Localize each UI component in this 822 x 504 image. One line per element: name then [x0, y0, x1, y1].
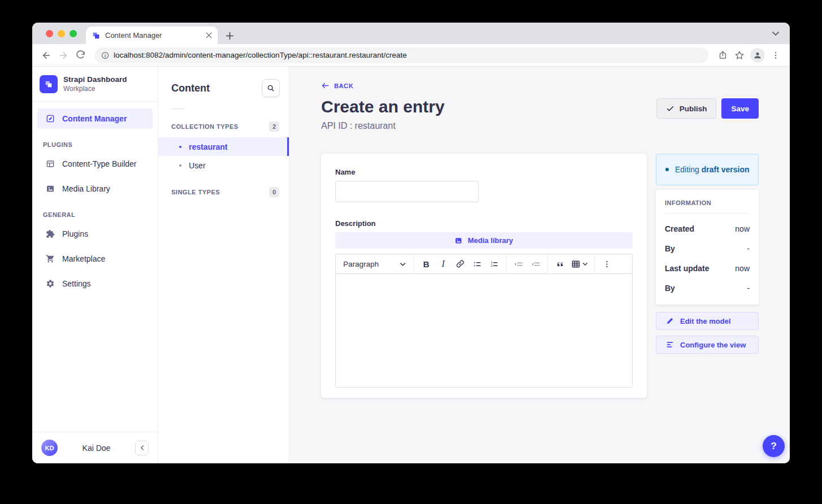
pencil-icon: [666, 317, 674, 325]
forward-navigation-icon: [55, 47, 72, 64]
sidebar-item-label: Marketplace: [62, 254, 105, 263]
sidebar-item-media-library[interactable]: Media Library: [37, 179, 153, 199]
sidebar-item-label: Media Library: [62, 184, 110, 193]
share-icon[interactable]: [714, 47, 731, 64]
sidebar-item-label: Content-Type Builder: [62, 159, 137, 168]
draft-status-text: Editing draft version: [675, 164, 750, 175]
paragraph-style-dropdown[interactable]: Paragraph: [338, 260, 410, 268]
name-input[interactable]: [335, 181, 479, 202]
layout-grid-icon: [46, 159, 55, 168]
zoom-window-button[interactable]: [70, 30, 77, 37]
subnav-item-label: restaurant: [189, 142, 227, 151]
url-text[interactable]: localhost:8082/admin/content-manager/col…: [114, 51, 407, 59]
close-window-button[interactable]: [46, 30, 53, 37]
single-types-count-badge: 0: [269, 187, 279, 197]
browser-toolbar: localhost:8082/admin/content-manager/col…: [32, 44, 790, 67]
indent-button[interactable]: [510, 256, 527, 272]
tab-search-chevron-icon[interactable]: [772, 29, 780, 37]
sidebar-item-marketplace[interactable]: Marketplace: [37, 249, 153, 269]
media-library-label: Media library: [468, 236, 513, 245]
link-button[interactable]: [452, 256, 469, 272]
user-avatar[interactable]: KD: [41, 440, 58, 456]
arrow-left-icon: [321, 81, 330, 90]
workspace-brand[interactable]: Strapi Dashboard Workplace: [32, 67, 158, 101]
sidebar-item-content-manager[interactable]: Content Manager: [37, 108, 153, 129]
app-name: Strapi Dashboard: [63, 75, 127, 85]
tab-title: Content Manager: [105, 31, 201, 40]
browser-tab-strip: Content Manager: [32, 23, 790, 44]
collapse-sidebar-button[interactable]: [135, 441, 149, 455]
subnav-item-restaurant[interactable]: restaurant: [158, 137, 289, 156]
blockquote-button[interactable]: [551, 256, 568, 272]
sidebar-footer: KD Kai Doe: [32, 432, 158, 463]
check-icon: [666, 105, 674, 113]
media-library-button[interactable]: Media library: [335, 232, 633, 249]
publish-button[interactable]: Publish: [656, 98, 717, 119]
address-bar[interactable]: localhost:8082/admin/content-manager/col…: [94, 47, 708, 63]
description-field-label: Description: [335, 219, 633, 228]
close-tab-icon[interactable]: [206, 32, 212, 38]
api-id-subtitle: API ID : restaurant: [321, 121, 444, 131]
edit-model-button[interactable]: Edit the model: [656, 312, 759, 330]
browser-menu-icon[interactable]: [767, 47, 784, 64]
info-value: now: [735, 224, 750, 233]
page-title: Create an entry: [321, 97, 444, 117]
info-value: now: [735, 264, 750, 273]
subnav-divider: [171, 108, 185, 109]
toolbar-separator: [547, 254, 548, 274]
single-types-heading: SINGLE TYPES: [171, 189, 220, 195]
content-manager-icon: [46, 114, 55, 123]
info-row-last-update: Last update now: [665, 264, 750, 273]
save-label: Save: [731, 105, 749, 113]
chevron-down-icon: [582, 261, 588, 267]
image-icon: [46, 184, 55, 193]
strapi-favicon: [92, 31, 101, 40]
new-tab-button[interactable]: [226, 32, 234, 40]
svg-text:1: 1: [491, 260, 492, 264]
browser-tab[interactable]: Content Manager: [86, 27, 218, 44]
main-content: BACK Create an entry API ID : restaurant…: [289, 67, 790, 463]
content-subnav: Content COLLECTION TYPES 2 restaurant Us…: [158, 67, 289, 463]
editor-toolbar: Paragraph B I: [336, 254, 632, 274]
strapi-app: Strapi Dashboard Workplace Content Manag…: [32, 67, 790, 463]
minimize-window-button[interactable]: [58, 30, 65, 37]
reload-icon[interactable]: [72, 47, 89, 64]
configure-view-button[interactable]: Configure the view: [656, 336, 759, 354]
search-icon: [267, 84, 275, 92]
gear-icon: [46, 279, 55, 288]
info-label: Created: [665, 224, 694, 233]
sidebar-item-plugins[interactable]: Plugins: [37, 224, 153, 244]
table-button[interactable]: [568, 256, 591, 272]
name-field-label: Name: [335, 168, 633, 176]
numbered-list-button[interactable]: 12: [486, 256, 503, 272]
site-info-icon[interactable]: [101, 51, 109, 59]
back-navigation-icon[interactable]: [38, 47, 55, 64]
edit-model-label: Edit the model: [680, 317, 731, 325]
rich-text-area[interactable]: [336, 274, 632, 387]
sidebar-item-settings[interactable]: Settings: [37, 273, 153, 294]
bold-button[interactable]: B: [418, 256, 435, 272]
bullet-list-button[interactable]: [469, 256, 486, 272]
bookmark-star-icon[interactable]: [731, 47, 748, 64]
more-options-kebab-icon[interactable]: [598, 256, 615, 272]
sidebar-item-content-type-builder[interactable]: Content-Type Builder: [37, 154, 153, 174]
svg-text:2: 2: [491, 264, 492, 267]
entry-side-panel: Editing draft version INFORMATION Create…: [656, 154, 759, 354]
italic-button[interactable]: I: [435, 256, 452, 272]
configure-lines-icon: [666, 341, 674, 349]
search-button[interactable]: [262, 79, 280, 97]
outdent-button[interactable]: [527, 256, 544, 272]
sidebar-item-label: Content Manager: [62, 114, 127, 123]
back-link[interactable]: BACK: [321, 81, 353, 90]
help-button[interactable]: ?: [763, 435, 785, 457]
browser-profile-avatar[interactable]: [750, 48, 765, 63]
puzzle-icon: [46, 229, 55, 238]
strapi-logo: [40, 75, 58, 93]
save-button[interactable]: Save: [721, 98, 759, 119]
main-sidebar: Strapi Dashboard Workplace Content Manag…: [32, 67, 158, 463]
bullet-icon: [179, 164, 181, 167]
rich-text-editor: Paragraph B I: [335, 254, 633, 388]
subnav-item-user[interactable]: User: [158, 156, 289, 175]
info-label: By: [665, 284, 675, 293]
info-row-created-by: By -: [665, 244, 750, 253]
